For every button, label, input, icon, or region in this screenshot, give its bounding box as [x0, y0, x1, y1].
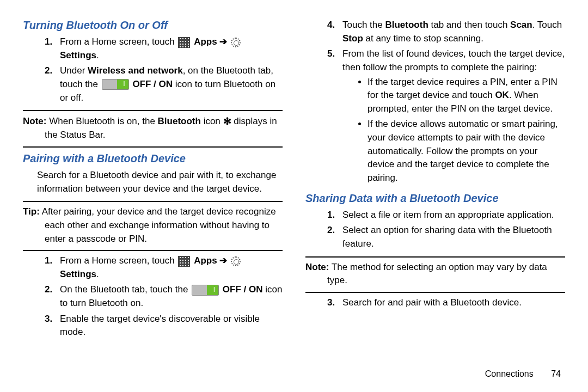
- note-text: The method for selecting an option may v…: [327, 262, 547, 286]
- step-text: From a Home screen, touch: [60, 36, 177, 47]
- step-4: 4. Touch the Bluetooth tab and then touc…: [327, 19, 565, 45]
- period: .: [96, 50, 99, 60]
- step-text: From a Home screen, touch: [60, 255, 177, 266]
- bold: Bluetooth: [158, 116, 201, 126]
- steps-pairing: 1. From a Home screen, touch Apps ➔ Sett…: [23, 254, 283, 339]
- right-column: 4. Touch the Bluetooth tab and then touc…: [305, 16, 565, 381]
- divider: [23, 201, 283, 202]
- note-text: icon: [201, 116, 223, 126]
- step-1: 1. From a Home screen, touch Apps ➔ Sett…: [45, 254, 283, 281]
- step-text: Touch the: [342, 20, 385, 30]
- step-5: 5. From the list of found devices, touch…: [327, 47, 565, 185]
- pairing-intro: Search for a Bluetooth device and pair w…: [23, 169, 283, 195]
- step-number: 4.: [327, 19, 335, 32]
- settings-label: Settings: [60, 269, 96, 279]
- step-3: 3. Search for and pair with a Bluetooth …: [327, 296, 565, 310]
- note-label: Note:: [23, 116, 46, 126]
- note-text: When Bluetooth is on, the: [46, 116, 157, 126]
- note-label: Note:: [305, 262, 329, 272]
- divider: [305, 292, 565, 293]
- bold: Stop: [342, 33, 363, 44]
- step-number: 3.: [45, 313, 52, 326]
- arrow-icon: ➔: [219, 36, 227, 47]
- bullet-pin: If the target device requires a PIN, ent…: [367, 76, 565, 116]
- steps-turning-bluetooth: 1. From a Home screen, touch Apps ➔ Sett…: [23, 35, 283, 105]
- left-column: Turning Bluetooth On or Off 1. From a Ho…: [23, 16, 283, 381]
- bold: Wireless and network: [88, 65, 183, 76]
- steps-sharing-continued: 3. Search for and pair with a Bluetooth …: [305, 296, 565, 310]
- period: .: [96, 269, 99, 279]
- step-number: 1.: [45, 35, 52, 49]
- settings-icon: [231, 256, 241, 266]
- tip-text: After pairing, your device and the targe…: [40, 206, 276, 243]
- bullet-auto-pair: If the device allows automatic or smart …: [367, 118, 565, 185]
- step-1: 1. Select a file or item from an appropr…: [327, 209, 565, 222]
- step-text: . Touch: [532, 20, 562, 30]
- divider: [305, 256, 565, 258]
- note-sharing-method: Note: The method for selecting an option…: [305, 261, 565, 287]
- tip-pairing: Tip: After pairing, your device and the …: [23, 205, 283, 246]
- step-text: Select an option for sharing data with t…: [342, 225, 552, 249]
- apps-icon: [178, 256, 190, 267]
- note-bluetooth-statusbar: Note: When Bluetooth is on, the Bluetoot…: [23, 114, 283, 142]
- step-number: 2.: [45, 283, 52, 297]
- settings-icon: [231, 38, 241, 47]
- steps-pairing-continued: 4. Touch the Bluetooth tab and then touc…: [305, 19, 565, 185]
- step-number: 2.: [45, 64, 52, 78]
- heading-pairing: Pairing with a Bluetooth Device: [23, 151, 283, 167]
- step-text: From the list of found devices, touch th…: [342, 48, 565, 72]
- bold: Scan: [510, 20, 532, 30]
- step-2: 2. Under Wireless and network, on the Bl…: [45, 64, 283, 105]
- divider: [23, 250, 283, 251]
- off-on-label: OFF / ON: [132, 79, 173, 89]
- step-number: 3.: [327, 296, 335, 310]
- bluetooth-icon: ✻: [223, 116, 231, 127]
- step-text: On the Bluetooth tab, touch the: [60, 284, 191, 295]
- footer-section: Connections: [485, 369, 534, 378]
- apps-label: Apps: [194, 255, 219, 266]
- step-text: Under: [60, 65, 88, 76]
- step-3: 3. Enable the target device's discoverab…: [45, 313, 283, 339]
- heading-sharing: Sharing Data with a Bluetooth Device: [305, 191, 565, 206]
- step-number: 2.: [327, 224, 335, 237]
- toggle-icon: [192, 285, 219, 296]
- step-number: 1.: [327, 209, 335, 222]
- step-text: Search for and pair with a Bluetooth dev…: [342, 297, 522, 308]
- heading-turning-bluetooth: Turning Bluetooth On or Off: [23, 17, 283, 33]
- apps-icon: [178, 37, 190, 48]
- off-on-label: OFF / ON: [223, 284, 263, 295]
- divider: [23, 146, 283, 148]
- bold: OK: [495, 90, 509, 100]
- page-footer: Connections 74: [485, 369, 561, 379]
- step-text: Enable the target device's discoverable …: [60, 314, 260, 338]
- tip-label: Tip:: [23, 206, 40, 217]
- step-number: 1.: [45, 254, 52, 268]
- step-text: tab and then touch: [428, 20, 510, 30]
- pairing-sub-bullets: If the target device requires a PIN, ent…: [357, 76, 565, 185]
- step-1: 1. From a Home screen, touch Apps ➔ Sett…: [45, 35, 283, 62]
- step-text: Select a file or item from an appropriat…: [342, 210, 554, 220]
- apps-label: Apps: [194, 36, 219, 47]
- settings-label: Settings: [60, 50, 96, 60]
- divider: [23, 110, 283, 111]
- step-2: 2. Select an option for sharing data wit…: [327, 224, 565, 250]
- steps-sharing: 1. Select a file or item from an appropr…: [305, 209, 565, 251]
- footer-page-number: 74: [551, 369, 561, 378]
- step-number: 5.: [327, 47, 335, 61]
- toggle-icon: [102, 79, 129, 90]
- step-text: at any time to stop scanning.: [363, 33, 483, 44]
- arrow-icon: ➔: [219, 255, 227, 266]
- bold: Bluetooth: [385, 20, 428, 30]
- step-2: 2. On the Bluetooth tab, touch the OFF /…: [45, 283, 283, 310]
